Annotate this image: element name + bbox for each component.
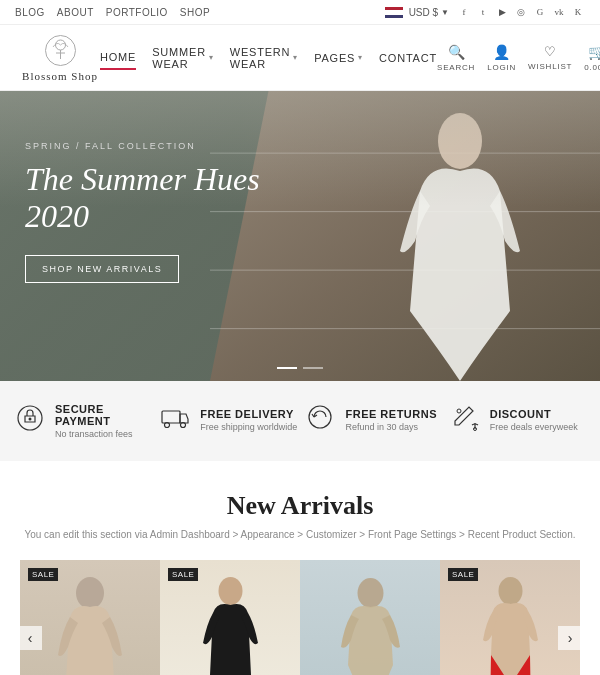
- k-icon[interactable]: K: [571, 5, 585, 19]
- feature-secure-payment-text: SECURE PAYMENT No transaction fees: [55, 403, 158, 439]
- product-image-3: [300, 560, 440, 675]
- free-returns-icon: [305, 403, 335, 437]
- hero-pagination: [277, 367, 323, 369]
- hero-subtitle: SPRING / FALL COLLECTION: [25, 141, 285, 151]
- product-card-2[interactable]: SALE: [160, 560, 300, 675]
- new-arrivals-section: New Arrivals You can edit this section v…: [0, 461, 600, 675]
- features-bar: SECURE PAYMENT No transaction fees FREE …: [0, 381, 600, 461]
- discount-icon: [450, 403, 480, 437]
- feature-free-delivery-title: FREE DELIVERY: [200, 408, 297, 420]
- search-icon: 🔍: [448, 44, 465, 61]
- currency-arrow: ▼: [441, 8, 449, 17]
- sale-badge-4: SALE: [448, 568, 478, 581]
- feature-discount-text: DISCOUNT Free deals everyweek: [490, 408, 578, 432]
- feature-discount: DISCOUNT Free deals everyweek: [443, 403, 586, 437]
- new-arrivals-subtitle: You can edit this section via Admin Dash…: [20, 529, 580, 540]
- user-icon: 👤: [493, 44, 510, 61]
- feature-secure-payment-title: SECURE PAYMENT: [55, 403, 158, 427]
- secure-payment-icon: [15, 404, 45, 438]
- hero-dot-1[interactable]: [277, 367, 297, 369]
- google-icon[interactable]: G: [533, 5, 547, 19]
- feature-free-returns: FREE RETURNS Refund in 30 days: [300, 403, 443, 437]
- hero-content: SPRING / FALL COLLECTION The Summer Hues…: [25, 141, 285, 283]
- product-card-3[interactable]: [300, 560, 440, 675]
- free-delivery-icon: [160, 403, 190, 437]
- product-grid-prev-button[interactable]: ‹: [18, 626, 42, 650]
- heart-icon: ♡: [544, 44, 556, 60]
- nav-western-wear[interactable]: WESTERN WEAR ▾: [230, 41, 298, 75]
- currency-selector[interactable]: USD $ ▼: [385, 7, 449, 18]
- vk-icon[interactable]: vk: [552, 5, 566, 19]
- svg-point-15: [457, 409, 461, 413]
- main-nav: HOME SUMMER WEAR ▾ WESTERN WEAR ▾ PAGES …: [100, 41, 437, 75]
- feature-discount-desc: Free deals everyweek: [490, 422, 578, 432]
- nav-pages[interactable]: PAGES ▾: [314, 47, 363, 69]
- sale-badge-1: SALE: [28, 568, 58, 581]
- cart-button[interactable]: 🛒 0.00$: [584, 44, 600, 72]
- product-card-1[interactable]: SALE: [20, 560, 160, 675]
- feature-secure-payment: SECURE PAYMENT No transaction fees: [15, 403, 158, 439]
- hero-section: SPRING / FALL COLLECTION The Summer Hues…: [0, 91, 600, 381]
- currency-value: USD $: [409, 7, 438, 18]
- feature-free-delivery: FREE DELIVERY Free shipping worldwide: [158, 403, 301, 437]
- feature-free-returns-title: FREE RETURNS: [345, 408, 437, 420]
- nav-summer-wear[interactable]: SUMMER WEAR ▾: [152, 41, 214, 75]
- top-nav-shop[interactable]: SHOP: [180, 7, 210, 18]
- chevron-down-icon: ▾: [293, 53, 298, 62]
- chevron-down-icon: ▾: [209, 53, 214, 62]
- cart-icon: 🛒: [588, 44, 600, 61]
- youtube-icon[interactable]: ▶: [495, 5, 509, 19]
- top-bar-links: BLOG ABOUT PORTFOLIO SHOP: [15, 7, 210, 18]
- search-button[interactable]: 🔍 SEARCH: [437, 44, 475, 72]
- svg-point-10: [29, 418, 32, 421]
- product-grid: SALE SALE: [20, 560, 580, 675]
- sale-badge-2: SALE: [168, 568, 198, 581]
- nav-contact[interactable]: CONTACT: [379, 47, 437, 69]
- product-card-4[interactable]: SALE: [440, 560, 580, 675]
- login-button[interactable]: 👤 LOGIN: [487, 44, 516, 72]
- instagram-icon[interactable]: ◎: [514, 5, 528, 19]
- svg-point-14: [309, 406, 331, 428]
- feature-free-delivery-desc: Free shipping worldwide: [200, 422, 297, 432]
- top-bar: BLOG ABOUT PORTFOLIO SHOP USD $ ▼ f t ▶ …: [0, 0, 600, 25]
- new-arrivals-title: New Arrivals: [20, 491, 580, 521]
- feature-secure-payment-desc: No transaction fees: [55, 429, 158, 439]
- hero-title: The Summer Hues 2020: [25, 161, 285, 235]
- product-grid-wrapper: ‹ SALE: [20, 560, 580, 675]
- nav-home[interactable]: HOME: [100, 46, 136, 70]
- top-bar-right: USD $ ▼ f t ▶ ◎ G vk K: [385, 5, 585, 19]
- facebook-icon[interactable]: f: [457, 5, 471, 19]
- product-grid-next-button[interactable]: ›: [558, 626, 582, 650]
- feature-discount-title: DISCOUNT: [490, 408, 578, 420]
- feature-free-delivery-text: FREE DELIVERY Free shipping worldwide: [200, 408, 297, 432]
- chevron-down-icon: ▾: [358, 53, 363, 62]
- logo-text: Blossom Shop: [22, 70, 98, 82]
- twitter-icon[interactable]: t: [476, 5, 490, 19]
- top-nav-blog[interactable]: BLOG: [15, 7, 45, 18]
- logo-icon: [43, 33, 78, 68]
- logo[interactable]: Blossom Shop: [20, 33, 100, 82]
- feature-free-returns-desc: Refund in 30 days: [345, 422, 437, 432]
- hero-dot-2[interactable]: [303, 367, 323, 369]
- svg-rect-11: [162, 411, 180, 423]
- svg-point-21: [498, 577, 522, 605]
- top-nav-portfolio[interactable]: PORTFOLIO: [106, 7, 168, 18]
- svg-point-20: [357, 578, 383, 608]
- feature-free-returns-text: FREE RETURNS Refund in 30 days: [345, 408, 437, 432]
- svg-point-18: [76, 577, 104, 609]
- wishlist-button[interactable]: ♡ WISHLIST: [528, 44, 572, 71]
- header-actions: 🔍 SEARCH 👤 LOGIN ♡ WISHLIST 🛒 0.00$: [437, 44, 600, 72]
- header: Blossom Shop HOME SUMMER WEAR ▾ WESTERN …: [0, 25, 600, 91]
- svg-point-19: [218, 577, 242, 605]
- top-nav-about[interactable]: ABOUT: [57, 7, 94, 18]
- shop-new-arrivals-button[interactable]: SHOP NEW ARRIVALS: [25, 255, 179, 283]
- social-icons: f t ▶ ◎ G vk K: [457, 5, 585, 19]
